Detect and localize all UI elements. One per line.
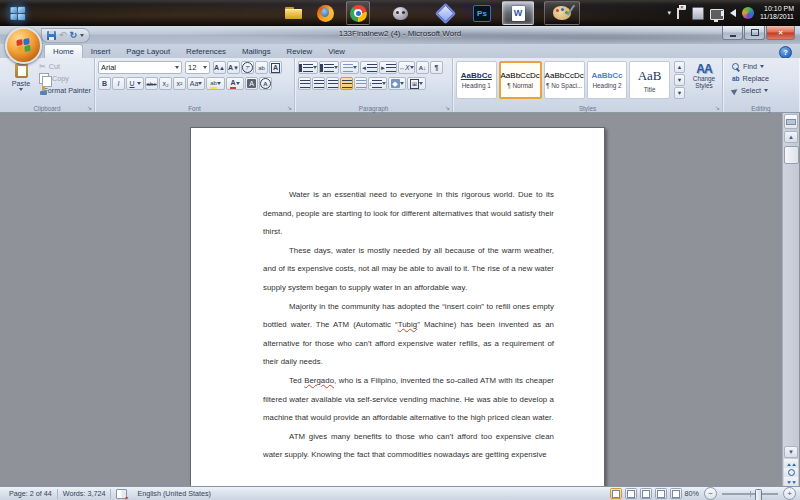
- style-no-spacing[interactable]: AaBbCcDc ¶ No Spaci...: [544, 61, 585, 99]
- cut-button[interactable]: ✂Cut: [39, 61, 91, 72]
- numbering-button[interactable]: [319, 61, 339, 74]
- superscript-button[interactable]: x²: [173, 77, 186, 90]
- minimize-button[interactable]: [722, 26, 743, 40]
- font-family-combo[interactable]: Arial: [98, 61, 182, 74]
- scroll-up-button[interactable]: ▲: [784, 131, 798, 143]
- zoom-slider-thumb[interactable]: [755, 489, 762, 500]
- font-size-combo[interactable]: 12: [185, 61, 210, 74]
- replace-button[interactable]: abReplace: [732, 73, 796, 84]
- shading-button[interactable]: ◆: [388, 77, 406, 90]
- multilevel-list-button[interactable]: [340, 61, 359, 74]
- tab-insert[interactable]: Insert: [83, 45, 119, 58]
- line-spacing-button[interactable]: ↕: [368, 77, 387, 90]
- office-button[interactable]: [5, 27, 42, 64]
- styles-more-button[interactable]: ▼: [674, 87, 685, 99]
- highlight-button[interactable]: ab: [206, 77, 225, 90]
- action-center-flag-icon[interactable]: [677, 8, 686, 19]
- asian-layout-button[interactable]: ↔X: [398, 61, 415, 74]
- bold-button[interactable]: B: [98, 77, 111, 90]
- taskbar-item-firefox[interactable]: [314, 2, 336, 24]
- taskbar-item-paint[interactable]: [544, 1, 580, 25]
- show-hide-formatting-button[interactable]: ¶: [430, 61, 443, 74]
- shrink-font-button[interactable]: A▼: [227, 61, 240, 74]
- change-styles-button[interactable]: AA Change Styles: [689, 61, 719, 99]
- sort-button[interactable]: A↓: [416, 61, 429, 74]
- previous-page-button[interactable]: ▲▲: [784, 459, 798, 468]
- select-browse-object-button[interactable]: [784, 468, 798, 477]
- select-button[interactable]: Select: [732, 85, 796, 96]
- tab-home[interactable]: Home: [44, 44, 83, 58]
- clear-formatting-button[interactable]: ab: [255, 61, 268, 74]
- styles-dialog-launcher[interactable]: ↘: [715, 105, 720, 111]
- speaker-icon[interactable]: [730, 9, 736, 17]
- close-button[interactable]: ×: [766, 26, 795, 40]
- tray-update-icon[interactable]: [692, 7, 704, 20]
- page-indicator[interactable]: Page: 2 of 44: [4, 489, 58, 499]
- print-layout-view-button[interactable]: [610, 488, 622, 499]
- underline-button[interactable]: U: [126, 77, 144, 90]
- tab-mailings[interactable]: Mailings: [234, 45, 279, 58]
- zoom-in-button[interactable]: +: [783, 487, 796, 500]
- increase-indent-button[interactable]: ►: [379, 61, 397, 74]
- taskbar-item-chrome[interactable]: [346, 1, 370, 25]
- outline-view-button[interactable]: [655, 488, 667, 499]
- view-ruler-toggle-button[interactable]: [784, 114, 798, 129]
- change-case-button[interactable]: Aa: [187, 77, 205, 90]
- taskbar-item-gimp[interactable]: [389, 2, 411, 24]
- tab-review[interactable]: Review: [279, 45, 321, 58]
- zoom-out-button[interactable]: −: [704, 487, 717, 500]
- align-center-button[interactable]: [312, 77, 325, 90]
- tab-references[interactable]: References: [178, 45, 234, 58]
- strikethrough-button[interactable]: abe: [145, 77, 158, 90]
- taskbar-item-word-active[interactable]: W: [502, 1, 534, 25]
- align-right-button[interactable]: [326, 77, 339, 90]
- find-button[interactable]: Find: [732, 61, 796, 72]
- paragraph-dialog-launcher[interactable]: ↘: [445, 105, 450, 111]
- font-dialog-launcher[interactable]: ↘: [287, 105, 292, 111]
- style-heading-1[interactable]: AaBbCc Heading 1: [456, 61, 497, 99]
- tab-view[interactable]: View: [320, 45, 353, 58]
- scroll-down-button[interactable]: ▼: [784, 446, 798, 458]
- italic-button[interactable]: I: [112, 77, 125, 90]
- taskbar-item-explorer[interactable]: [282, 2, 304, 24]
- paste-button[interactable]: Paste: [6, 62, 36, 101]
- language-indicator[interactable]: English (United States): [132, 489, 216, 499]
- bullets-button[interactable]: [298, 61, 318, 74]
- zoom-level[interactable]: 80%: [685, 489, 699, 498]
- align-left-button[interactable]: [298, 77, 311, 90]
- web-layout-view-button[interactable]: [640, 488, 652, 499]
- taskbar-item-app[interactable]: [434, 2, 456, 24]
- proofing-status[interactable]: [111, 489, 132, 499]
- character-border-button[interactable]: A: [269, 61, 282, 74]
- next-page-button[interactable]: ▼▼: [784, 477, 798, 486]
- scrollbar-thumb[interactable]: [784, 146, 799, 164]
- style-normal-selected[interactable]: AaBbCcDc ¶ Normal: [499, 61, 542, 99]
- distribute-button[interactable]: [354, 77, 367, 90]
- font-color-button[interactable]: A: [226, 77, 244, 90]
- taskbar-item-photoshop[interactable]: Ps: [471, 2, 493, 24]
- tab-page-layout[interactable]: Page Layout: [118, 45, 178, 58]
- justify-button[interactable]: [340, 77, 353, 90]
- tray-clock[interactable]: 10:10 PM 11/18/2011: [760, 5, 794, 22]
- draft-view-button[interactable]: [670, 488, 682, 499]
- character-shading-button[interactable]: A: [245, 77, 258, 90]
- grow-font-button[interactable]: A▲: [213, 61, 226, 74]
- word-count[interactable]: Words: 3,724: [58, 489, 112, 499]
- full-screen-reading-view-button[interactable]: [625, 488, 637, 499]
- copy-button[interactable]: Copy: [39, 73, 91, 84]
- clipboard-dialog-launcher[interactable]: ↘: [87, 105, 92, 111]
- styles-scroll-up-button[interactable]: ▲: [674, 61, 685, 73]
- style-title[interactable]: AaB Title: [629, 61, 670, 99]
- maximize-button[interactable]: [744, 26, 765, 40]
- zoom-slider[interactable]: [722, 493, 778, 495]
- enclose-characters-button[interactable]: A: [259, 77, 272, 90]
- decrease-indent-button[interactable]: ◄: [360, 61, 378, 74]
- style-heading-2[interactable]: AaBbCc Heading 2: [587, 61, 628, 99]
- tray-app-icon[interactable]: [742, 7, 754, 19]
- scrollbar-track[interactable]: [784, 144, 798, 445]
- start-button[interactable]: [0, 0, 34, 26]
- borders-button[interactable]: ⊞: [407, 77, 426, 90]
- phonetic-guide-button[interactable]: ァ: [241, 61, 254, 74]
- show-hidden-icons-chevron[interactable]: ▾: [667, 9, 671, 17]
- styles-scroll-down-button[interactable]: ▼: [674, 74, 685, 86]
